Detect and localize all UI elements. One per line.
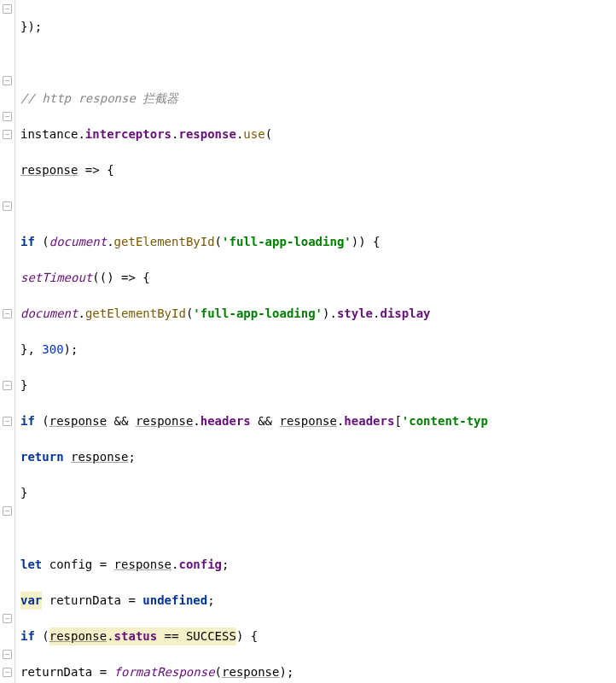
code-line[interactable]: var returnData = undefined; — [20, 592, 488, 610]
code-line[interactable]: } — [20, 377, 488, 394]
fold-icon[interactable] — [3, 381, 12, 390]
code-line[interactable]: // http response 拦截器 — [20, 90, 488, 108]
fold-icon[interactable] — [3, 668, 12, 677]
code-line[interactable]: document.getElementById('full-app-loadin… — [20, 305, 488, 323]
code-line[interactable]: }); — [20, 18, 488, 36]
code-line[interactable]: setTimeout(() => { — [20, 269, 488, 287]
fold-icon[interactable] — [3, 309, 12, 318]
code-line[interactable]: } — [20, 484, 488, 502]
gutter — [0, 0, 15, 683]
code-area[interactable]: }); // http response 拦截器 instance.interc… — [15, 0, 488, 683]
code-line[interactable]: instance.interceptors.response.use( — [20, 126, 488, 143]
code-line[interactable] — [20, 54, 488, 72]
fold-icon[interactable] — [3, 506, 12, 516]
code-line[interactable]: if (response.status == SUCCESS) { — [20, 628, 488, 645]
code-line[interactable]: }, 300); — [20, 341, 488, 359]
fold-icon[interactable] — [3, 130, 12, 139]
code-line[interactable]: if (response && response.headers && resp… — [20, 412, 488, 430]
code-line[interactable] — [20, 520, 488, 538]
fold-icon[interactable] — [3, 650, 12, 659]
code-line[interactable]: response => { — [20, 161, 488, 179]
fold-icon[interactable] — [3, 614, 12, 623]
fold-icon[interactable] — [3, 112, 12, 121]
fold-icon[interactable] — [3, 76, 12, 85]
code-line[interactable] — [20, 197, 488, 215]
code-line[interactable]: if (document.getElementById('full-app-lo… — [20, 233, 488, 251]
fold-icon[interactable] — [3, 417, 12, 426]
fold-icon[interactable] — [3, 4, 12, 14]
fold-icon[interactable] — [3, 201, 12, 211]
code-line[interactable]: let config = response.config; — [20, 556, 488, 574]
code-editor[interactable]: }); // http response 拦截器 instance.interc… — [0, 0, 616, 683]
code-line[interactable]: returnData = formatResponse(response); — [20, 663, 488, 681]
code-line[interactable]: return response; — [20, 448, 488, 466]
